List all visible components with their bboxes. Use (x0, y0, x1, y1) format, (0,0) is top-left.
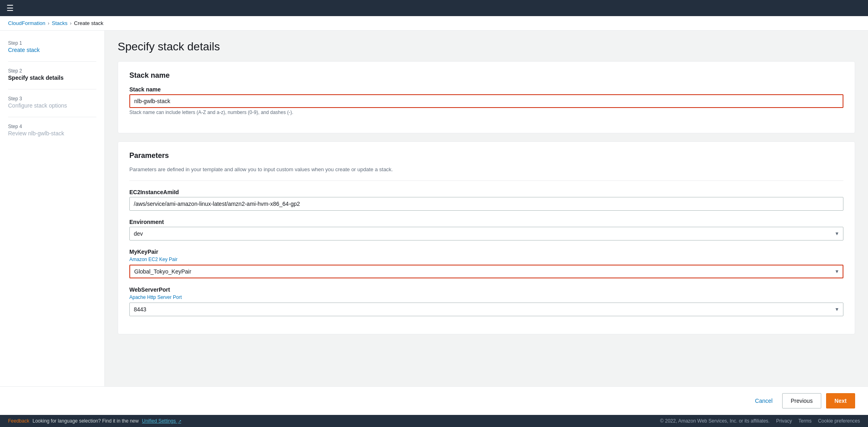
webserverport-field-group: WebServerPort Apache Http Server Port 84… (129, 286, 843, 316)
environment-field-group: Environment dev prod staging ▼ (129, 219, 843, 240)
sidebar-step4-label: Step 4 (8, 124, 96, 129)
hamburger-icon[interactable]: ☰ (6, 3, 14, 13)
parameters-section: Parameters Parameters are defined in you… (118, 141, 855, 334)
cookie-preferences-link[interactable]: Cookie preferences (818, 418, 860, 424)
cancel-button[interactable]: Cancel (750, 394, 778, 407)
ec2-ami-label: EC2InstanceAmiId (129, 189, 843, 195)
top-nav: ☰ (0, 0, 868, 16)
unified-settings-link[interactable]: Unified Settings ↗ (142, 418, 181, 424)
bottom-bar-message: Looking for language selection? Find it … (33, 418, 139, 424)
sidebar-step2: Step 2 Specify stack details (8, 68, 96, 81)
parameters-heading: Parameters (129, 151, 843, 160)
breadcrumb-cloudformation[interactable]: CloudFormation (8, 20, 46, 26)
bottom-bar-right: © 2022, Amazon Web Services, Inc. or its… (660, 418, 860, 424)
parameters-desc: Parameters are defined in your template … (129, 166, 843, 172)
copyright-text: © 2022, Amazon Web Services, Inc. or its… (660, 418, 770, 424)
stack-name-label: Stack name (129, 86, 843, 93)
feedback-link[interactable]: Feedback (8, 418, 29, 424)
mykeypair-field-group: MyKeyPair Amazon EC2 Key Pair Global_Tok… (129, 249, 843, 278)
next-button[interactable]: Next (826, 393, 855, 408)
terms-link[interactable]: Terms (798, 418, 812, 424)
ec2-ami-input[interactable] (129, 197, 843, 211)
previous-button[interactable]: Previous (782, 393, 821, 408)
webserverport-label: WebServerPort (129, 286, 843, 293)
main-layout: Step 1 Create stack Step 2 Specify stack… (0, 31, 868, 386)
content-area: Specify stack details Stack name Stack n… (105, 31, 868, 386)
stack-name-field-group: Stack name Stack name can include letter… (129, 86, 843, 115)
breadcrumb: CloudFormation › Stacks › Create stack (0, 16, 868, 31)
stack-name-input[interactable] (129, 94, 843, 108)
mykeypair-label: MyKeyPair (129, 249, 843, 255)
privacy-link[interactable]: Privacy (776, 418, 792, 424)
sidebar-step2-label: Step 2 (8, 68, 96, 74)
sidebar-divider2 (8, 89, 96, 89)
mykeypair-select[interactable]: Global_Tokyo_KeyPair (129, 265, 843, 278)
sidebar-step1-label: Step 1 (8, 40, 96, 46)
environment-select[interactable]: dev prod staging (129, 227, 843, 240)
sidebar-step4: Step 4 Review nlb-gwlb-stack (8, 124, 96, 137)
environment-label: Environment (129, 219, 843, 225)
bottom-bar-left: Feedback Looking for language selection?… (8, 418, 181, 424)
parameters-divider1 (129, 180, 843, 181)
ec2-ami-field-group: EC2InstanceAmiId (129, 189, 843, 211)
sidebar-divider1 (8, 61, 96, 62)
breadcrumb-stacks[interactable]: Stacks (52, 20, 68, 26)
webserverport-select[interactable]: 8443 80 443 (129, 303, 843, 316)
breadcrumb-sep1: › (48, 21, 50, 26)
sidebar-step1: Step 1 Create stack (8, 40, 96, 53)
sidebar-step3: Step 3 Configure stack options (8, 96, 96, 109)
footer-actions: Cancel Previous Next (0, 386, 868, 415)
sidebar-step3-title: Configure stack options (8, 102, 96, 109)
sidebar-step2-title: Specify stack details (8, 75, 96, 81)
mykeypair-sublabel: Amazon EC2 Key Pair (129, 257, 843, 262)
sidebar-step1-title[interactable]: Create stack (8, 47, 96, 53)
sidebar-step4-title: Review nlb-gwlb-stack (8, 130, 96, 137)
environment-select-wrapper: dev prod staging ▼ (129, 227, 843, 240)
sidebar-step3-label: Step 3 (8, 96, 96, 102)
sidebar: Step 1 Create stack Step 2 Specify stack… (0, 31, 105, 386)
external-link-icon: ↗ (178, 419, 181, 423)
breadcrumb-current: Create stack (74, 20, 104, 26)
stack-name-hint: Stack name can include letters (A-Z and … (129, 110, 843, 115)
bottom-bar: Feedback Looking for language selection?… (0, 415, 868, 427)
page-title: Specify stack details (118, 40, 855, 53)
breadcrumb-sep2: › (70, 21, 72, 26)
webserverport-sublabel: Apache Http Server Port (129, 294, 843, 300)
sidebar-divider3 (8, 117, 96, 117)
mykeypair-select-wrapper: Global_Tokyo_KeyPair ▼ (129, 265, 843, 278)
stack-name-heading: Stack name (129, 71, 843, 80)
stack-name-section: Stack name Stack name Stack name can inc… (118, 61, 855, 133)
webserverport-select-wrapper: 8443 80 443 ▼ (129, 303, 843, 316)
